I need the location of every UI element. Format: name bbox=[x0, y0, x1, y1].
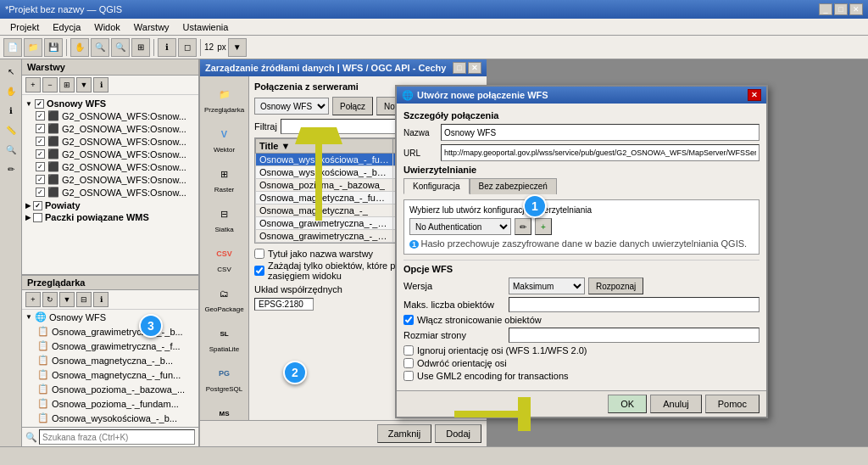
dsm-titlebar: Zarządzanie źródłami danych | WFS / OGC … bbox=[200, 59, 487, 76]
group-checkbox[interactable]: ✓ bbox=[35, 99, 44, 109]
connection-select[interactable]: Osnowy WFS bbox=[254, 98, 329, 115]
ignore-axis-cb[interactable] bbox=[403, 345, 414, 356]
layer-cb-5[interactable]: ✓ bbox=[36, 162, 45, 171]
max-features-input[interactable] bbox=[509, 297, 760, 312]
paging-cb[interactable] bbox=[403, 315, 414, 325]
v-select-btn[interactable]: ↖ bbox=[2, 62, 20, 81]
open-attr-btn[interactable]: ⊞ bbox=[59, 77, 75, 92]
new-btn[interactable]: 📄 bbox=[3, 38, 22, 57]
layer-group-paczki[interactable]: ▶ Paczki powiązane WMS bbox=[24, 211, 197, 223]
layer-item-1[interactable]: ✓ ⬛ G2_OSNOWA_WFS:Osnow... bbox=[24, 109, 197, 122]
powiaty-cb[interactable]: ✓ bbox=[33, 201, 42, 210]
browser-collapse-btn[interactable]: ⊟ bbox=[76, 292, 92, 307]
menu-ustawienia[interactable]: Ustawienia bbox=[176, 20, 236, 34]
remove-layer-btn[interactable]: − bbox=[42, 77, 58, 92]
minimize-btn[interactable]: _ bbox=[819, 3, 832, 15]
browser-add-btn[interactable]: + bbox=[25, 292, 41, 307]
layer-cb-6[interactable]: ✓ bbox=[36, 175, 45, 184]
name-input[interactable] bbox=[441, 124, 760, 141]
menu-widok[interactable]: Widok bbox=[87, 20, 127, 34]
gml2-cb[interactable] bbox=[403, 371, 414, 381]
browser-sub-1[interactable]: 📋 Osnowa_grawimetryczna_-_b... bbox=[22, 324, 198, 339]
dsm-icon-geopackage[interactable]: 🗂 GeoPackage bbox=[203, 279, 247, 317]
tab-konfiguracja[interactable]: Konfiguracja bbox=[403, 178, 470, 194]
identify-btn[interactable]: ℹ bbox=[158, 38, 176, 57]
v-identify-btn[interactable]: ℹ bbox=[2, 101, 20, 120]
zoom-full-btn[interactable]: ⊞ bbox=[131, 38, 150, 57]
v-pan-btn[interactable]: ✋ bbox=[2, 81, 20, 100]
select-btn[interactable]: ◻ bbox=[178, 38, 197, 57]
layer-item-5[interactable]: ✓ ⬛ G2_OSNOWA_WFS:Osnow... bbox=[24, 160, 197, 173]
layer-group-osnowy-header[interactable]: ▼ ✓ Osnowy WFS bbox=[24, 98, 197, 109]
browser-refresh-btn[interactable]: ↻ bbox=[42, 292, 58, 307]
add-layer-btn[interactable]: + bbox=[25, 77, 41, 92]
browser-sub-4[interactable]: 📋 Osnowa_magnetyczna_-_fun... bbox=[22, 367, 198, 382]
auth-add-btn[interactable]: + bbox=[535, 218, 552, 235]
layer-cb-2[interactable]: ✓ bbox=[36, 124, 45, 133]
url-input[interactable] bbox=[441, 144, 760, 161]
menu-projekt[interactable]: Projekt bbox=[3, 20, 46, 34]
layer-item-3[interactable]: ✓ ⬛ G2_OSNOWA_WFS:Osnow... bbox=[24, 135, 197, 148]
connect-btn[interactable]: Połącz bbox=[332, 97, 373, 115]
save-btn[interactable]: 💾 bbox=[44, 38, 63, 57]
info-layer-btn[interactable]: ℹ bbox=[93, 77, 108, 92]
dsm-icon-spatialite[interactable]: SL SpatiaLite bbox=[203, 319, 247, 357]
dsm-icon-wektor[interactable]: V Wektor bbox=[203, 120, 247, 158]
dialog-ok-btn[interactable]: OK bbox=[608, 395, 647, 413]
close-btn[interactable]: ✕ bbox=[849, 3, 863, 15]
layer-cb-7[interactable]: ✓ bbox=[36, 188, 45, 197]
version-select[interactable]: Maksimum bbox=[509, 277, 585, 294]
gml2-label: Use GML2 encoding for transactions bbox=[417, 371, 569, 381]
v-measure-btn[interactable]: 📏 bbox=[2, 120, 20, 139]
browser-sub-3[interactable]: 📋 Osnowa_magnetyczna_-_b... bbox=[22, 353, 198, 367]
layer-cb-1[interactable]: ✓ bbox=[36, 111, 45, 120]
font-down-btn[interactable]: ▼ bbox=[228, 38, 247, 57]
title-as-name-cb[interactable] bbox=[254, 249, 264, 259]
open-btn[interactable]: 📁 bbox=[24, 38, 42, 57]
search-input[interactable] bbox=[39, 429, 195, 445]
browser-osnowy-group[interactable]: ▼ 🌐 Osnowy WFS bbox=[22, 310, 198, 324]
wfs-dialog-close-btn[interactable]: ✕ bbox=[748, 89, 761, 101]
invert-axis-cb[interactable] bbox=[403, 358, 414, 368]
layer-cb-3[interactable]: ✓ bbox=[36, 137, 45, 146]
v-edit-btn[interactable]: ✏ bbox=[2, 160, 20, 178]
auth-select[interactable]: No Authentication bbox=[409, 218, 511, 235]
dsm-icon-raster[interactable]: ⊞ Raster bbox=[203, 160, 247, 198]
layer-item-7[interactable]: ✓ ⬛ G2_OSNOWA_WFS:Osnow... bbox=[24, 186, 197, 199]
zoom-out-btn[interactable]: 🔍 bbox=[111, 38, 130, 57]
menu-warstwy[interactable]: Warstwy bbox=[127, 20, 176, 34]
only-visible-cb[interactable] bbox=[254, 266, 264, 276]
browser-sub-5[interactable]: 📋 Osnowa_pozioma_-_bazowa_... bbox=[22, 382, 198, 396]
layer-item-4[interactable]: ✓ ⬛ G2_OSNOWA_WFS:Osnow... bbox=[24, 148, 197, 160]
browser-sub-2[interactable]: 📋 Osnowa_grawimetryczna_-_f... bbox=[22, 339, 198, 353]
v-zoom-btn[interactable]: 🔍 bbox=[2, 140, 20, 159]
dsm-icon-mssql[interactable]: MS MSSQL bbox=[203, 399, 247, 420]
version-detect-btn[interactable]: Rozpoznaj bbox=[588, 277, 643, 294]
filter-layer-btn[interactable]: ▼ bbox=[76, 77, 92, 92]
maximize-btn[interactable]: □ bbox=[834, 3, 848, 15]
auth-edit-btn[interactable]: ✏ bbox=[515, 218, 531, 235]
tab-bez-zabezpieczen[interactable]: Bez zabezpieczeń bbox=[470, 178, 557, 194]
layer-item-6[interactable]: ✓ ⬛ G2_OSNOWA_WFS:Osnow... bbox=[24, 173, 197, 186]
pan-btn[interactable]: ✋ bbox=[70, 38, 89, 57]
dsm-maximize-btn[interactable]: □ bbox=[453, 62, 466, 74]
browser-info-btn[interactable]: ℹ bbox=[93, 292, 108, 307]
layer-item-2[interactable]: ✓ ⬛ G2_OSNOWA_WFS:Osnow... bbox=[24, 122, 197, 135]
dsm-icon-przegladarka[interactable]: 📁 Przeglądarka bbox=[203, 80, 247, 118]
dialog-help-btn[interactable]: Pomoc bbox=[705, 395, 760, 413]
dsm-icon-siatka[interactable]: ⊟ Siatka bbox=[203, 199, 247, 238]
dsm-icon-postgresql[interactable]: PG PostgreSQL bbox=[203, 359, 247, 397]
paczki-cb[interactable] bbox=[33, 213, 42, 222]
browser-filter-btn[interactable]: ▼ bbox=[59, 292, 75, 307]
page-size-input[interactable] bbox=[509, 328, 760, 343]
dsm-close-btn[interactable]: ✕ bbox=[468, 62, 481, 74]
menu-edycja[interactable]: Edycja bbox=[46, 20, 87, 34]
browser-sub-6[interactable]: 📋 Osnowa_pozioma_-_fundam... bbox=[22, 396, 198, 411]
browser-sub-7[interactable]: 📋 Osnowa_wysokościowa_-_b... bbox=[22, 411, 198, 425]
layer-cb-4[interactable]: ✓ bbox=[36, 149, 45, 159]
dsm-close-btn-bottom[interactable]: Zamknij bbox=[377, 424, 432, 443]
dsm-icon-csv[interactable]: CSV CSV bbox=[203, 239, 247, 277]
layer-group-powiaty[interactable]: ▶ ✓ Powiaty bbox=[24, 199, 197, 211]
dialog-cancel-btn[interactable]: Anuluj bbox=[650, 395, 702, 413]
zoom-in-btn[interactable]: 🔍 bbox=[91, 38, 109, 57]
